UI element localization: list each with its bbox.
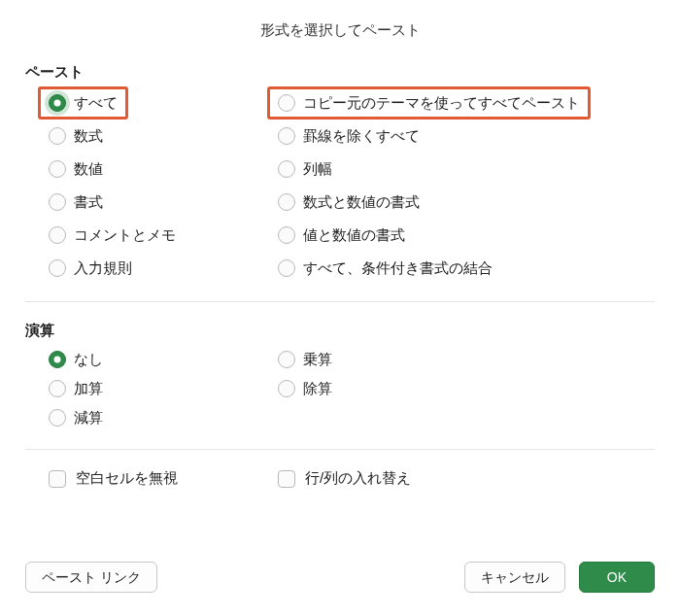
cancel-button[interactable]: キャンセル: [464, 562, 565, 593]
checkbox-transpose[interactable]: 行/列の入れ替え: [278, 469, 411, 488]
radio-label: 書式: [74, 192, 103, 212]
operation-section-label: 演算: [25, 322, 655, 340]
radio-formulas[interactable]: 数式: [49, 126, 103, 146]
radio-op-add[interactable]: 加算: [49, 379, 103, 398]
radio-icon: [278, 127, 295, 145]
radio-icon: [49, 409, 66, 427]
paste-section: ペースト すべて コピー元のテーマを使ってすべてペー: [25, 63, 655, 280]
footer-right: キャンセル OK: [464, 562, 655, 593]
radio-label: 数値: [74, 159, 103, 179]
checkbox-icon: [278, 470, 295, 488]
checkbox-label: 空白セルを無視: [76, 469, 178, 488]
radio-label: すべて、条件付き書式の結合: [303, 258, 493, 278]
dialog-title: 形式を選択してペースト: [0, 0, 680, 57]
radio-label: 乗算: [303, 350, 332, 369]
radio-values[interactable]: 数値: [49, 159, 103, 179]
radio-formulanumfmt[interactable]: 数式と数値の書式: [278, 192, 420, 212]
radio-noborder[interactable]: 罫線を除くすべて: [278, 126, 420, 146]
radio-icon: [49, 259, 66, 277]
radio-icon: [49, 94, 66, 112]
radio-colwidth[interactable]: 列幅: [278, 159, 332, 179]
highlight-all: すべて: [38, 86, 128, 120]
radio-mergecond[interactable]: すべて、条件付き書式の結合: [278, 258, 493, 278]
radio-label: 列幅: [303, 159, 332, 179]
radio-label: コピー元のテーマを使ってすべてペースト: [303, 93, 580, 113]
radio-label: 入力規則: [74, 258, 132, 278]
radio-op-mul[interactable]: 乗算: [278, 350, 332, 369]
radio-label: 罫線を除くすべて: [303, 126, 420, 146]
ok-button[interactable]: OK: [579, 562, 655, 593]
radio-icon: [49, 351, 66, 368]
radio-icon: [49, 127, 66, 145]
radio-label: 加算: [74, 379, 103, 398]
radio-label: すべて: [74, 93, 118, 113]
radio-icon: [278, 259, 295, 277]
radio-icon: [278, 94, 295, 112]
radio-all[interactable]: すべて: [49, 93, 118, 113]
radio-icon: [49, 380, 66, 397]
paste-section-label: ペースト: [25, 63, 655, 82]
radio-label: なし: [74, 350, 103, 369]
checkbox-skip-blanks[interactable]: 空白セルを無視: [49, 469, 178, 488]
operation-section: 演算 なし 乗算 加算: [25, 322, 655, 428]
highlight-theme: コピー元のテーマを使ってすべてペースト: [267, 86, 591, 120]
radio-label: コメントとメモ: [74, 225, 176, 245]
radio-label: 数式: [74, 126, 103, 146]
checkbox-label: 行/列の入れ替え: [305, 469, 411, 488]
paste-link-button[interactable]: ペースト リンク: [25, 562, 157, 593]
checkbox-icon: [49, 470, 66, 488]
radio-icon: [49, 160, 66, 178]
radio-icon: [278, 351, 295, 368]
operation-options-grid: なし 乗算 加算: [25, 350, 655, 428]
separator-2: [25, 449, 655, 450]
paste-options-grid: すべて コピー元のテーマを使ってすべてペースト: [25, 91, 655, 280]
radio-theme[interactable]: コピー元のテーマを使ってすべてペースト: [278, 93, 580, 113]
separator-1: [25, 301, 655, 302]
radio-op-none[interactable]: なし: [49, 350, 103, 369]
radio-icon: [49, 226, 66, 244]
radio-comments[interactable]: コメントとメモ: [49, 225, 176, 245]
radio-label: 除算: [303, 379, 332, 398]
radio-label: 減算: [74, 408, 103, 428]
dialog-content: ペースト すべて コピー元のテーマを使ってすべてペー: [0, 57, 680, 540]
radio-op-div[interactable]: 除算: [278, 379, 332, 398]
radio-icon: [278, 380, 295, 397]
radio-valuenumfmt[interactable]: 値と数値の書式: [278, 225, 405, 245]
dialog-footer: ペースト リンク キャンセル OK: [0, 562, 680, 616]
radio-icon: [278, 226, 295, 244]
radio-formats[interactable]: 書式: [49, 192, 103, 212]
radio-icon: [49, 193, 66, 211]
radio-label: 値と数値の書式: [303, 225, 405, 245]
radio-icon: [278, 160, 295, 178]
checkbox-row: 空白セルを無視 行/列の入れ替え: [25, 469, 655, 488]
radio-op-sub[interactable]: 減算: [49, 408, 103, 428]
paste-special-dialog: 形式を選択してペースト ペースト すべて: [0, 0, 680, 616]
radio-icon: [278, 193, 295, 211]
radio-label: 数式と数値の書式: [303, 192, 420, 212]
radio-validation[interactable]: 入力規則: [49, 258, 132, 278]
